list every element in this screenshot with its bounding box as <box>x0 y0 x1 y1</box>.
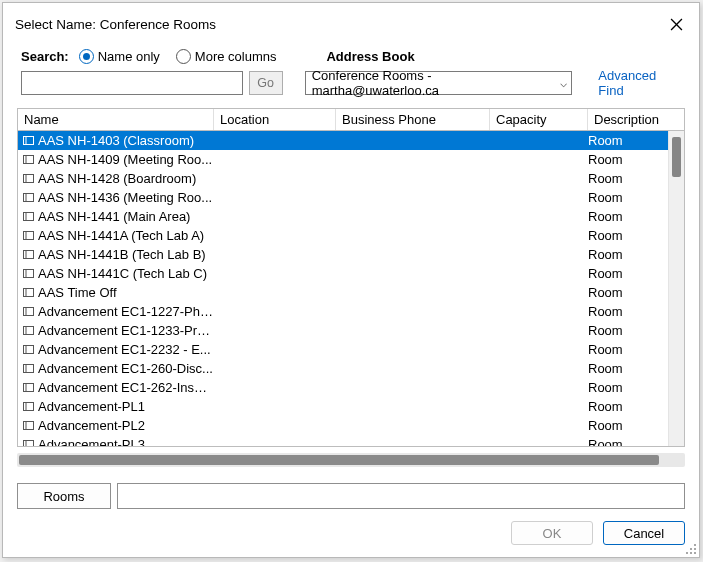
row-icon <box>20 325 36 336</box>
advanced-find-link[interactable]: Advanced Find <box>598 68 685 98</box>
address-card-icon <box>23 306 34 317</box>
address-card-icon <box>23 420 34 431</box>
top-controls: Search: Name only More columns Address B… <box>3 41 699 102</box>
grid-rows: AAS NH-1403 (Classroom)RoomAAS NH-1409 (… <box>18 131 668 446</box>
col-header-description[interactable]: Description <box>588 109 684 130</box>
row-name: AAS NH-1441B (Tech Lab B) <box>36 247 214 262</box>
row-name: AAS NH-1441A (Tech Lab A) <box>36 228 214 243</box>
horizontal-scrollbar[interactable] <box>17 453 685 467</box>
address-card-icon <box>23 401 34 412</box>
col-header-phone[interactable]: Business Phone <box>336 109 490 130</box>
dialog-window: Select Name: Conference Rooms Search: Na… <box>2 2 700 558</box>
address-card-icon <box>23 173 34 184</box>
row-description: Room <box>588 437 668 446</box>
table-row[interactable]: AAS NH-1441A (Tech Lab A)Room <box>18 226 668 245</box>
row-description: Room <box>588 323 668 338</box>
cancel-button[interactable]: Cancel <box>603 521 685 545</box>
row-description: Room <box>588 133 668 148</box>
row-description: Room <box>588 418 668 433</box>
row-description: Room <box>588 190 668 205</box>
row-description: Room <box>588 247 668 262</box>
rooms-button[interactable]: Rooms <box>17 483 111 509</box>
row-name: AAS NH-1409 (Meeting Roo... <box>36 152 214 167</box>
row-icon <box>20 439 36 446</box>
row-icon <box>20 363 36 374</box>
radio-name-only[interactable]: Name only <box>79 49 160 64</box>
table-row[interactable]: AAS NH-1409 (Meeting Roo...Room <box>18 150 668 169</box>
row-icon <box>20 192 36 203</box>
resize-grip-icon[interactable] <box>683 541 697 555</box>
row-name: AAS NH-1403 (Classroom) <box>36 133 214 148</box>
row-name: Advancement EC1-260-Disc... <box>36 361 214 376</box>
svg-rect-18 <box>23 289 33 297</box>
col-header-capacity[interactable]: Capacity <box>490 109 588 130</box>
radio-more-columns[interactable]: More columns <box>176 49 277 64</box>
go-button[interactable]: Go <box>249 71 283 95</box>
address-book-selected: Conference Rooms - martha@uwaterloo.ca <box>312 68 561 98</box>
table-row[interactable]: AAS Time OffRoom <box>18 283 668 302</box>
ok-button[interactable]: OK <box>511 521 593 545</box>
row-icon <box>20 268 36 279</box>
horizontal-scrollbar-thumb[interactable] <box>19 455 659 465</box>
table-row[interactable]: AAS NH-1403 (Classroom)Room <box>18 131 668 150</box>
svg-rect-16 <box>23 270 33 278</box>
row-description: Room <box>588 171 668 186</box>
table-row[interactable]: Advancement-PL1Room <box>18 397 668 416</box>
radio-icon-checked <box>79 49 94 64</box>
row-name: Advancement EC1-262-Inspi... <box>36 380 214 395</box>
address-card-icon <box>23 135 34 146</box>
row-icon <box>20 211 36 222</box>
grid-header: Name Location Business Phone Capacity De… <box>17 108 685 131</box>
row-description: Room <box>588 380 668 395</box>
row-icon <box>20 420 36 431</box>
address-book-select[interactable]: Conference Rooms - martha@uwaterloo.ca ⌵ <box>305 71 573 95</box>
table-row[interactable]: Advancement EC1-262-Inspi...Room <box>18 378 668 397</box>
row-icon <box>20 287 36 298</box>
svg-point-41 <box>694 552 696 554</box>
address-card-icon <box>23 439 34 446</box>
action-row: OK Cancel <box>3 509 699 557</box>
row-icon <box>20 306 36 317</box>
row-name: Advancement EC1-2232 - E... <box>36 342 214 357</box>
row-name: Advancement-PL2 <box>36 418 214 433</box>
svg-rect-28 <box>23 384 33 392</box>
address-card-icon <box>23 363 34 374</box>
vertical-scrollbar-thumb[interactable] <box>672 137 681 177</box>
table-row[interactable]: AAS NH-1441C (Tech Lab C)Room <box>18 264 668 283</box>
row-description: Room <box>588 152 668 167</box>
svg-rect-30 <box>23 403 33 411</box>
row-name: Advancement EC1-1227-Phil... <box>36 304 214 319</box>
table-row[interactable]: AAS NH-1428 (Boardroom)Room <box>18 169 668 188</box>
svg-point-37 <box>690 548 692 550</box>
radio-icon-unchecked <box>176 49 191 64</box>
row-name: AAS NH-1441 (Main Area) <box>36 209 214 224</box>
search-input[interactable] <box>21 71 243 95</box>
svg-rect-4 <box>23 156 33 164</box>
table-row[interactable]: Advancement EC1-1227-Phil...Room <box>18 302 668 321</box>
row-icon <box>20 249 36 260</box>
table-row[interactable]: Advancement EC1-260-Disc...Room <box>18 359 668 378</box>
row-icon <box>20 135 36 146</box>
col-header-name[interactable]: Name <box>18 109 214 130</box>
titlebar: Select Name: Conference Rooms <box>3 3 699 41</box>
table-row[interactable]: Advancement EC1-2232 - E...Room <box>18 340 668 359</box>
svg-rect-24 <box>23 346 33 354</box>
row-description: Room <box>588 342 668 357</box>
table-row[interactable]: AAS NH-1441B (Tech Lab B)Room <box>18 245 668 264</box>
search-mode-row: Search: Name only More columns Address B… <box>21 49 685 64</box>
table-row[interactable]: AAS NH-1441 (Main Area)Room <box>18 207 668 226</box>
col-header-location[interactable]: Location <box>214 109 336 130</box>
table-row[interactable]: AAS NH-1436 (Meeting Roo...Room <box>18 188 668 207</box>
table-row[interactable]: Advancement-PL2Room <box>18 416 668 435</box>
row-description: Room <box>588 285 668 300</box>
table-row[interactable]: Advancement EC1-1233-Pro...Room <box>18 321 668 340</box>
address-card-icon <box>23 154 34 165</box>
svg-rect-32 <box>23 422 33 430</box>
table-row[interactable]: Advancement-PL3Room <box>18 435 668 446</box>
vertical-scrollbar[interactable] <box>668 131 684 446</box>
row-name: AAS Time Off <box>36 285 214 300</box>
address-book-label: Address Book <box>326 49 414 64</box>
rooms-input[interactable] <box>117 483 685 509</box>
radio-name-only-label: Name only <box>98 49 160 64</box>
close-button[interactable] <box>663 11 689 37</box>
